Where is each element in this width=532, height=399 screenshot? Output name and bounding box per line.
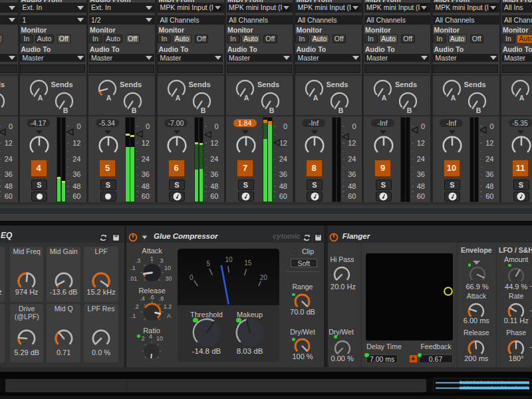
svg-text:B: B bbox=[269, 106, 275, 114]
svg-text:20: 20 bbox=[260, 273, 268, 281]
svg-text:A: A bbox=[244, 94, 249, 102]
svg-text:B: B bbox=[407, 106, 412, 114]
svg-text:B: B bbox=[338, 106, 343, 114]
svg-text:A: A bbox=[450, 94, 456, 102]
svg-text:A: A bbox=[175, 94, 180, 102]
svg-text:10: 10 bbox=[225, 256, 233, 263]
svg-text:A: A bbox=[313, 94, 318, 102]
svg-text:B: B bbox=[200, 106, 205, 114]
svg-text:A: A bbox=[382, 94, 387, 102]
svg-text:A: A bbox=[37, 94, 43, 102]
svg-text:15: 15 bbox=[244, 259, 252, 266]
svg-text:B: B bbox=[132, 106, 137, 114]
svg-text:A: A bbox=[519, 94, 525, 102]
svg-text:5: 5 bbox=[206, 259, 210, 267]
svg-text:B: B bbox=[63, 106, 68, 114]
svg-text:B: B bbox=[475, 106, 481, 114]
svg-text:A: A bbox=[106, 94, 112, 102]
svg-text:0: 0 bbox=[190, 274, 194, 281]
